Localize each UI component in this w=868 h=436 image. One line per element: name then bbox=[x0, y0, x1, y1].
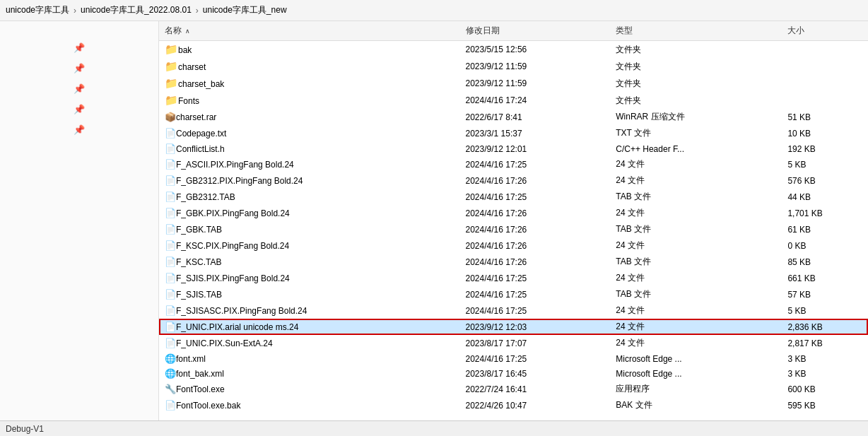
main-content: 📌 📌 📌 📌 📌 名称 ∧ 修改日期 类型 bbox=[0, 21, 868, 420]
file-date-cell: 2023/8/17 16:45 bbox=[460, 366, 611, 381]
file-name-cell: 📄F_KSC.PIX.PingFang Bold.24 bbox=[159, 237, 460, 254]
file-type-cell: 24 文件 bbox=[610, 319, 782, 335]
table-row[interactable]: 📄F_GBK.PIX.PingFang Bold.242024/4/16 17:… bbox=[159, 205, 868, 221]
file-type-cell: TAB 文件 bbox=[610, 189, 782, 205]
file-size-cell: 3 KB bbox=[782, 366, 868, 381]
address-bar: unicode字库工具 › unicode字库工具_2022.08.01 › u… bbox=[0, 0, 868, 21]
file-size-cell: 3 KB bbox=[782, 351, 868, 366]
file-type-cell: C/C++ Header F... bbox=[610, 141, 782, 156]
file-date-cell: 2024/4/16 17:25 bbox=[460, 270, 611, 286]
file-name-cell: 📄F_UNIC.PIX.Sun-ExtA.24 bbox=[159, 335, 460, 351]
file-type-cell: 文件夹 bbox=[610, 75, 782, 92]
breadcrumb-sep-2: › bbox=[196, 6, 199, 16]
file-size-cell: 0 KB bbox=[782, 237, 868, 254]
file-type-cell: 24 文件 bbox=[610, 156, 782, 172]
file-size-cell bbox=[782, 41, 868, 59]
file-area[interactable]: 名称 ∧ 修改日期 类型 大小 📁bak2023/5/15 12:56文件夹📁c… bbox=[159, 21, 868, 420]
file-size-cell: 57 KB bbox=[782, 286, 868, 302]
file-type-cell: TAB 文件 bbox=[610, 221, 782, 237]
file-type-cell: WinRAR 压缩文件 bbox=[610, 109, 782, 125]
file-date-cell: 2023/3/1 15:37 bbox=[460, 125, 611, 141]
file-date-cell: 2024/4/16 17:25 bbox=[460, 351, 611, 366]
file-type-cell: Microsoft Edge ... bbox=[610, 351, 782, 366]
file-name-cell: 📦charset.rar bbox=[159, 109, 460, 125]
table-row[interactable]: 📄F_KSC.TAB2024/4/16 17:26TAB 文件85 KB bbox=[159, 254, 868, 270]
table-row[interactable]: 📄FontTool.exe.bak2022/4/26 10:47BAK 文件59… bbox=[159, 397, 868, 413]
file-name-cell: 📄F_SJIS.PIX.PingFang Bold.24 bbox=[159, 270, 460, 286]
table-row[interactable]: 📁charset_bak2023/9/12 11:59文件夹 bbox=[159, 75, 868, 92]
file-name-cell: 📁Fonts bbox=[159, 92, 460, 109]
table-row[interactable]: 📄F_GB2312.TAB2024/4/16 17:25TAB 文件44 KB bbox=[159, 189, 868, 205]
file-size-cell: 51 KB bbox=[782, 109, 868, 125]
table-row[interactable]: 📁bak2023/5/15 12:56文件夹 bbox=[159, 41, 868, 59]
table-row[interactable]: 📁charset2023/9/12 11:59文件夹 bbox=[159, 58, 868, 75]
file-size-cell bbox=[782, 92, 868, 109]
file-type-cell: 24 文件 bbox=[610, 335, 782, 351]
col-header-name[interactable]: 名称 ∧ bbox=[159, 21, 460, 41]
table-row[interactable]: 📄F_ASCII.PIX.PingFang Bold.242024/4/16 1… bbox=[159, 156, 868, 172]
file-name-cell: 📄F_UNIC.PIX.arial unicode ms.24 bbox=[159, 319, 460, 335]
file-date-cell: 2022/7/24 16:41 bbox=[460, 381, 611, 397]
file-type-cell: 24 文件 bbox=[610, 237, 782, 254]
file-type-cell: TXT 文件 bbox=[610, 125, 782, 141]
file-name-cell: 📄ConflictList.h bbox=[159, 141, 460, 156]
file-type-cell: 应用程序 bbox=[610, 381, 782, 397]
status-label: Debug-V1 bbox=[6, 424, 44, 434]
table-row[interactable]: 📄F_SJISASC.PIX.PingFang Bold.242024/4/16… bbox=[159, 302, 868, 319]
col-header-type[interactable]: 类型 bbox=[610, 21, 782, 41]
sort-arrow-name: ∧ bbox=[185, 28, 190, 35]
pin-icon-2[interactable]: 📌 bbox=[74, 63, 85, 73]
file-name-cell: 📄F_GB2312.PIX.PingFang Bold.24 bbox=[159, 172, 460, 189]
pin-icon-4[interactable]: 📌 bbox=[74, 104, 85, 114]
file-date-cell: 2023/9/12 12:03 bbox=[460, 319, 611, 335]
pin-icon-3[interactable]: 📌 bbox=[74, 83, 85, 94]
file-name-cell: 🌐font.xml bbox=[159, 351, 460, 366]
breadcrumb-sep-1: › bbox=[74, 6, 76, 16]
breadcrumb-new[interactable]: unicode字库工具_new bbox=[203, 4, 287, 16]
file-type-cell: 24 文件 bbox=[610, 205, 782, 221]
col-header-date[interactable]: 修改日期 bbox=[460, 21, 611, 41]
file-date-cell: 2024/4/16 17:26 bbox=[460, 221, 611, 237]
pin-icon-1[interactable]: 📌 bbox=[74, 42, 85, 53]
col-header-size[interactable]: 大小 bbox=[782, 21, 868, 41]
file-date-cell: 2023/5/15 12:56 bbox=[460, 41, 611, 59]
table-row[interactable]: 📁Fonts2024/4/16 17:24文件夹 bbox=[159, 92, 868, 109]
file-table: 名称 ∧ 修改日期 类型 大小 📁bak2023/5/15 12:56文件夹📁c… bbox=[159, 21, 868, 413]
table-row[interactable]: 📄F_GB2312.PIX.PingFang Bold.242024/4/16 … bbox=[159, 172, 868, 189]
table-row[interactable]: 📄F_UNIC.PIX.Sun-ExtA.242023/8/17 17:0724… bbox=[159, 335, 868, 351]
file-type-cell: 文件夹 bbox=[610, 92, 782, 109]
table-row[interactable]: 📄F_UNIC.PIX.arial unicode ms.242023/9/12… bbox=[159, 319, 868, 335]
table-row[interactable]: 🌐font_bak.xml2023/8/17 16:45Microsoft Ed… bbox=[159, 366, 868, 381]
breadcrumb-2022[interactable]: unicode字库工具_2022.08.01 bbox=[81, 4, 192, 16]
file-size-cell: 85 KB bbox=[782, 254, 868, 270]
table-row[interactable]: 🌐font.xml2024/4/16 17:25Microsoft Edge .… bbox=[159, 351, 868, 366]
file-date-cell: 2024/4/16 17:26 bbox=[460, 205, 611, 221]
file-size-cell: 1,701 KB bbox=[782, 205, 868, 221]
file-date-cell: 2024/4/16 17:26 bbox=[460, 254, 611, 270]
status-bar: Debug-V1 bbox=[0, 420, 868, 436]
file-name-cell: 📄F_SJIS.TAB bbox=[159, 286, 460, 302]
table-row[interactable]: 🔧FontTool.exe2022/7/24 16:41应用程序600 KB bbox=[159, 381, 868, 397]
table-row[interactable]: 📄F_KSC.PIX.PingFang Bold.242024/4/16 17:… bbox=[159, 237, 868, 254]
file-type-cell: TAB 文件 bbox=[610, 286, 782, 302]
table-row[interactable]: 📦charset.rar2022/6/17 8:41WinRAR 压缩文件51 … bbox=[159, 109, 868, 125]
sidebar-pins: 📌 📌 📌 📌 📌 bbox=[6, 42, 153, 135]
file-size-cell: 192 KB bbox=[782, 141, 868, 156]
file-type-cell: 24 文件 bbox=[610, 270, 782, 286]
file-size-cell: 5 KB bbox=[782, 156, 868, 172]
table-row[interactable]: 📄F_GBK.TAB2024/4/16 17:26TAB 文件61 KB bbox=[159, 221, 868, 237]
file-type-cell: 24 文件 bbox=[610, 302, 782, 319]
table-row[interactable]: 📄Codepage.txt2023/3/1 15:37TXT 文件10 KB bbox=[159, 125, 868, 141]
table-row[interactable]: 📄F_SJIS.TAB2024/4/16 17:25TAB 文件57 KB bbox=[159, 286, 868, 302]
table-row[interactable]: 📄F_SJIS.PIX.PingFang Bold.242024/4/16 17… bbox=[159, 270, 868, 286]
file-size-cell bbox=[782, 58, 868, 75]
file-date-cell: 2023/9/12 11:59 bbox=[460, 75, 611, 92]
file-size-cell: 5 KB bbox=[782, 302, 868, 319]
file-date-cell: 2022/4/26 10:47 bbox=[460, 397, 611, 413]
file-size-cell: 44 KB bbox=[782, 189, 868, 205]
sidebar: 📌 📌 📌 📌 📌 bbox=[0, 21, 159, 420]
breadcrumb-root[interactable]: unicode字库工具 bbox=[6, 4, 69, 16]
file-size-cell: 661 KB bbox=[782, 270, 868, 286]
table-row[interactable]: 📄ConflictList.h2023/9/12 12:01C/C++ Head… bbox=[159, 141, 868, 156]
pin-icon-5[interactable]: 📌 bbox=[74, 124, 85, 135]
